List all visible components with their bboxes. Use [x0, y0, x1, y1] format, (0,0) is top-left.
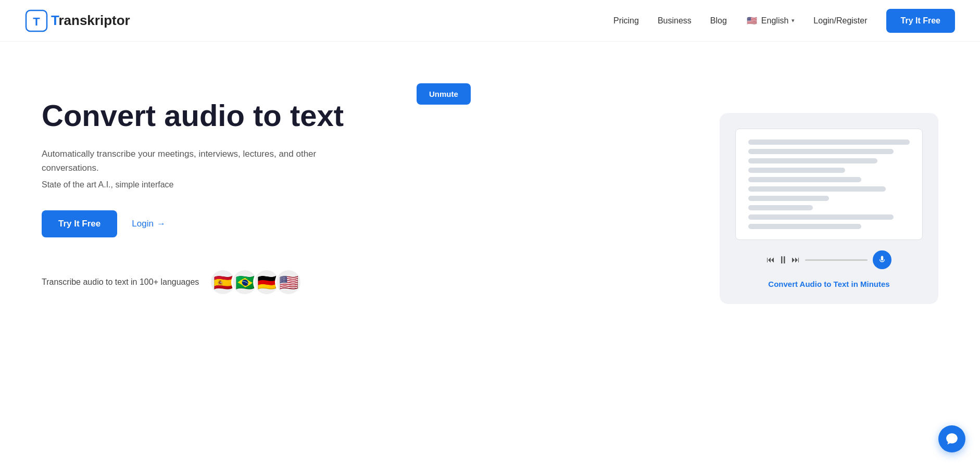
logo[interactable]: T Transkriptor — [25, 9, 130, 32]
mock-line — [748, 177, 861, 182]
player-controls: ⏮ ⏸ ⏭ — [767, 254, 800, 266]
login-register-link[interactable]: Login/Register — [813, 16, 867, 26]
unmute-button[interactable]: Unmute — [417, 83, 471, 105]
mock-line — [748, 158, 877, 163]
hero-right: Unmute ⏮ ⏸ ⏭ — [385, 83, 938, 304]
forward-icon[interactable]: ⏭ — [791, 255, 800, 264]
hero-section: Convert audio to text Automatically tran… — [0, 42, 980, 335]
nav-business[interactable]: Business — [658, 16, 692, 26]
mock-line — [748, 140, 910, 145]
lang-flag-icon: 🇺🇸 — [746, 15, 758, 27]
mock-line — [748, 224, 861, 229]
pause-icon[interactable]: ⏸ — [778, 254, 788, 266]
mock-line — [748, 214, 894, 220]
mic-icon — [873, 250, 891, 269]
nav-pricing[interactable]: Pricing — [613, 16, 639, 26]
card-caption: Convert Audio to Text in Minutes — [768, 280, 889, 288]
hero-actions: Try It Free Login → — [42, 210, 354, 237]
rewind-icon[interactable]: ⏮ — [767, 255, 775, 264]
logo-text: Transkriptor — [51, 12, 130, 29]
hero-left: Convert audio to text Automatically tran… — [42, 83, 354, 296]
mock-line — [748, 205, 813, 210]
mock-line — [748, 149, 894, 154]
chat-icon — [945, 432, 959, 446]
mock-line — [748, 196, 829, 201]
chevron-down-icon: ▾ — [791, 17, 795, 24]
svg-text:T: T — [33, 15, 40, 28]
hero-try-free-button[interactable]: Try It Free — [42, 210, 117, 237]
progress-bar — [805, 259, 868, 261]
mock-line — [748, 186, 886, 192]
hero-tagline: State of the art A.I., simple interface — [42, 180, 354, 190]
hero-login-link[interactable]: Login → — [132, 219, 166, 229]
transcript-mock — [735, 129, 923, 240]
hero-title: Convert audio to text — [42, 99, 354, 132]
flags-list: 🇪🇸 🇧🇷 🇩🇪 🇺🇸 — [209, 269, 302, 296]
mock-line — [748, 168, 845, 173]
flag-us: 🇺🇸 — [275, 269, 302, 296]
languages-text: Transcribe audio to text in 100+ languag… — [42, 277, 199, 287]
language-selector[interactable]: 🇺🇸 English ▾ — [746, 15, 795, 27]
nav-links: Pricing Business Blog 🇺🇸 English ▾ Login… — [613, 9, 955, 33]
nav-blog[interactable]: Blog — [710, 16, 727, 26]
lang-label: English — [761, 16, 788, 26]
navbar: T Transkriptor Pricing Business Blog 🇺🇸 … — [0, 0, 980, 42]
demo-card: ⏮ ⏸ ⏭ Convert Audio to Text in Minutes — [720, 113, 938, 304]
nav-try-free-button[interactable]: Try It Free — [886, 9, 955, 33]
languages-row: Transcribe audio to text in 100+ languag… — [42, 269, 354, 296]
hero-subtitle: Automatically transcribe your meetings, … — [42, 147, 354, 175]
player-bar: ⏮ ⏸ ⏭ — [735, 250, 923, 269]
chat-bubble-button[interactable] — [938, 425, 965, 452]
